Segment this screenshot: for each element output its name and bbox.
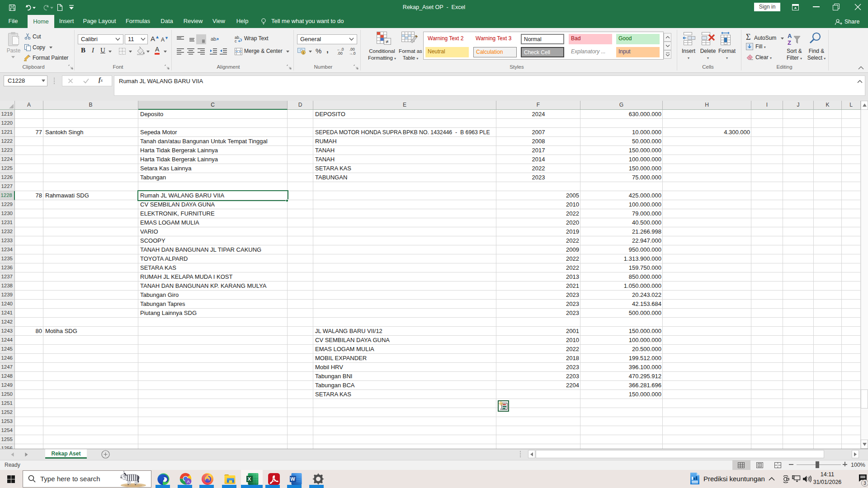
svg-text:A: A [187, 479, 190, 484]
svg-text:A: A [788, 33, 792, 39]
svg-text:$: $ [302, 51, 305, 55]
svg-text:X: X [248, 476, 251, 482]
svg-text:.00: .00 [337, 51, 343, 55]
svg-text:ab: ab [211, 36, 216, 42]
svg-text:W: W [290, 476, 295, 482]
svg-text:c: c [235, 39, 237, 43]
svg-text:≠: ≠ [386, 39, 388, 44]
svg-text:Z: Z [788, 39, 791, 46]
